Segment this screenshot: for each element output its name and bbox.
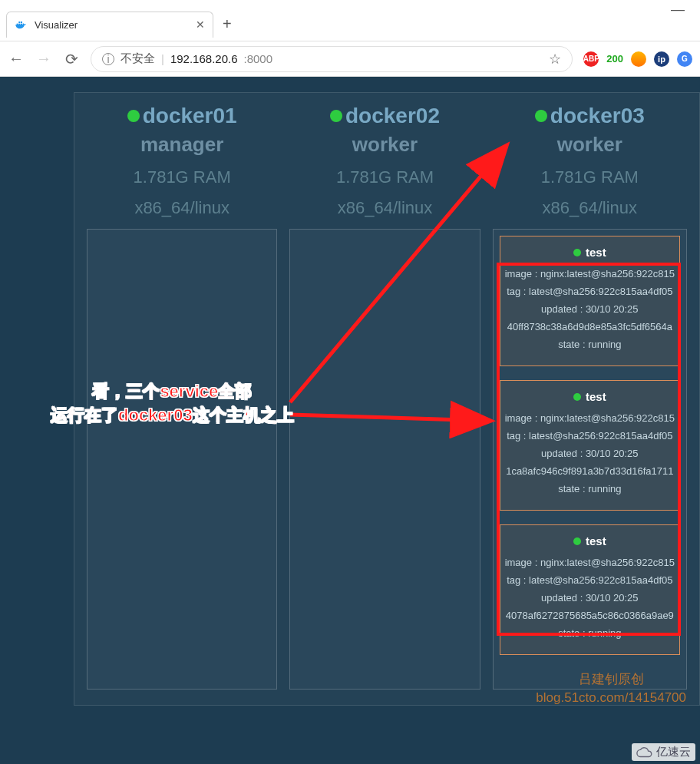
cloud-icon <box>636 746 653 759</box>
status-dot-icon <box>330 110 342 122</box>
task-id: 1ca8afc946c9f891a3b7d33d16fa1711 <box>505 465 675 477</box>
svg-rect-3 <box>18 21 20 23</box>
annotation-line2: 运行在了docker03这个主机之上 <box>51 405 294 425</box>
task-tag: tag : latest@sha256:922c815aa4df05 <box>505 574 675 586</box>
node-ram: 1.781G RAM <box>535 167 645 187</box>
ip-extension-icon[interactable]: ip <box>654 51 669 67</box>
bookmark-star-icon[interactable]: ☆ <box>549 51 561 68</box>
node-ram: 1.781G RAM <box>127 167 237 187</box>
task-title: test <box>505 534 675 547</box>
node-role: worker <box>330 133 440 157</box>
browser-tab[interactable]: Visualizer ✕ <box>6 12 213 38</box>
task-title: test <box>505 390 675 403</box>
task-state: state : running <box>505 627 675 639</box>
watermark-brand: 亿速云 <box>632 743 695 761</box>
status-dot-icon <box>535 110 547 122</box>
site-info-icon[interactable]: i <box>102 53 114 65</box>
task-state: state : running <box>505 339 675 350</box>
annotation-line1: 看，三个service全部 <box>92 382 252 401</box>
node-name: docker02 <box>330 104 440 128</box>
task-updated: updated : 30/10 20:25 <box>505 448 675 459</box>
status-dot-icon <box>573 537 581 545</box>
task-image: image : nginx:latest@sha256:922c815 <box>505 412 675 424</box>
task-card[interactable]: test image : nginx:latest@sha256:922c815… <box>500 236 680 366</box>
node-header: docker03 worker 1.781G RAM x86_64/linux <box>535 104 645 218</box>
task-area <box>289 229 480 690</box>
new-tab-button[interactable]: + <box>223 15 232 33</box>
browser-toolbar: ← → ⟳ i 不安全 | 192.168.20.6:8000 ☆ ABP 20… <box>0 41 700 77</box>
url-host: 192.168.20.6 <box>170 52 238 65</box>
status-dot-icon <box>573 249 581 256</box>
node-arch: x86_64/linux <box>127 198 237 218</box>
node-role: worker <box>535 133 645 157</box>
watermark-brand-text: 亿速云 <box>656 745 691 759</box>
extension-icons: ABP 200 ip G <box>583 51 692 67</box>
avast-icon[interactable] <box>631 51 646 67</box>
tab-title: Visualizer <box>35 19 188 31</box>
task-updated: updated : 30/10 20:25 <box>505 592 675 604</box>
translate-icon[interactable]: G <box>677 51 692 67</box>
task-updated: updated : 30/10 20:25 <box>505 303 675 315</box>
close-tab-icon[interactable]: ✕ <box>196 18 205 31</box>
node-header: docker01 manager 1.781G RAM x86_64/linux <box>127 104 237 218</box>
url-port: :8000 <box>244 52 273 65</box>
status-dot-icon <box>127 110 140 122</box>
node-docker02: docker02 worker 1.781G RAM x86_64/linux <box>289 104 480 690</box>
tab-strip: Visualizer ✕ + <box>0 8 700 41</box>
node-name: docker01 <box>127 104 237 128</box>
node-header: docker02 worker 1.781G RAM x86_64/linux <box>330 104 440 218</box>
task-card[interactable]: test image : nginx:latest@sha256:922c815… <box>500 524 680 655</box>
annotation-text: 看，三个service全部 运行在了docker03这个主机之上 <box>51 380 294 428</box>
reload-button[interactable]: ⟳ <box>63 50 80 68</box>
task-area <box>87 229 277 690</box>
node-ram: 1.781G RAM <box>330 167 440 187</box>
task-title: test <box>505 246 675 259</box>
window-controls: — <box>0 0 700 8</box>
task-id: 4078af6272875685a5c86c0366a9ae9 <box>505 610 675 621</box>
task-state: state : running <box>505 483 675 494</box>
minimize-button[interactable]: — <box>671 2 685 18</box>
status-dot-icon <box>573 393 581 401</box>
address-bar[interactable]: i 不安全 | 192.168.20.6:8000 ☆ <box>91 46 573 72</box>
svg-rect-4 <box>21 21 22 23</box>
node-arch: x86_64/linux <box>330 198 440 218</box>
node-docker03: docker03 worker 1.781G RAM x86_64/linux … <box>493 104 687 690</box>
task-id: 40ff8738c38a6d9d8e85a3fc5df6564a <box>505 321 675 332</box>
task-card[interactable]: test image : nginx:latest@sha256:922c815… <box>500 380 680 511</box>
forward-button[interactable]: → <box>35 50 52 68</box>
node-role: manager <box>127 133 237 157</box>
node-name: docker03 <box>535 104 645 128</box>
visualizer-page: docker01 manager 1.781G RAM x86_64/linux… <box>0 77 700 764</box>
task-image: image : nginx:latest@sha256:922c815 <box>505 268 675 279</box>
task-area: test image : nginx:latest@sha256:922c815… <box>493 229 687 690</box>
favicon-docker-icon <box>15 18 27 31</box>
task-tag: tag : latest@sha256:922c815aa4df05 <box>505 286 675 297</box>
extension-badge: 200 <box>606 53 623 64</box>
node-arch: x86_64/linux <box>535 198 645 218</box>
security-label: 不安全 <box>121 51 155 66</box>
back-button[interactable]: ← <box>8 50 25 68</box>
task-tag: tag : latest@sha256:922c815aa4df05 <box>505 430 675 442</box>
task-image: image : nginx:latest@sha256:922c815 <box>505 557 675 568</box>
adblock-icon[interactable]: ABP <box>583 51 599 67</box>
divider: | <box>161 52 164 65</box>
